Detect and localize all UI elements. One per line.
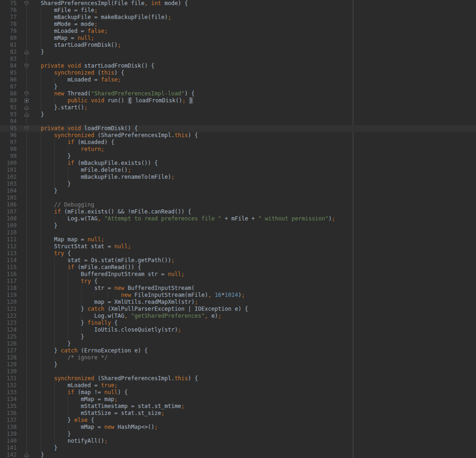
line-number[interactable]: 102 xyxy=(0,174,17,181)
line-number[interactable]: 107 xyxy=(0,208,17,215)
code-line-row[interactable]: 75 SharedPreferencesImpl(File file, int … xyxy=(0,0,476,7)
line-number[interactable]: 108 xyxy=(0,215,17,222)
code-line-row[interactable]: 124 IoUtils.closeQuietly(str); xyxy=(0,326,476,333)
code-line[interactable]: } xyxy=(27,340,71,347)
line-number[interactable]: 75 xyxy=(0,0,17,7)
line-number[interactable]: 127 xyxy=(0,347,17,354)
code-line[interactable]: } xyxy=(27,83,57,90)
code-line-row[interactable]: 77 mBackupFile = makeBackupFile(file); xyxy=(0,14,476,21)
line-number[interactable]: 120 xyxy=(0,299,17,306)
line-number[interactable]: 101 xyxy=(0,167,17,174)
code-line[interactable]: if (mBackupFile.exists()) { xyxy=(27,160,158,167)
line-number[interactable]: 113 xyxy=(0,250,17,257)
code-line-row[interactable]: 114 stat = Os.stat(mFile.getPath()); xyxy=(0,257,476,264)
code-line-row[interactable]: 137 } else { xyxy=(0,417,476,424)
code-line[interactable]: mBackupFile = makeBackupFile(file); xyxy=(27,14,171,21)
line-number[interactable]: 118 xyxy=(0,285,17,292)
code-line-row[interactable]: 125 } xyxy=(0,333,476,340)
code-line[interactable]: BufferedInputStream str = null; xyxy=(27,271,185,278)
line-number[interactable]: 125 xyxy=(0,333,17,340)
code-line[interactable]: mMap = null; xyxy=(27,35,94,42)
code-line-row[interactable]: 104 } xyxy=(0,188,476,194)
code-line-row[interactable]: 119 new FileInputStream(mFile), 16*1024)… xyxy=(0,292,476,299)
line-number[interactable]: 123 xyxy=(0,320,17,326)
code-line-row[interactable]: 101 mFile.delete(); xyxy=(0,167,476,174)
code-line-row[interactable]: 112 StructStat stat = null; xyxy=(0,243,476,250)
code-line[interactable]: } xyxy=(27,49,44,56)
line-number[interactable]: 136 xyxy=(0,410,17,417)
code-line[interactable]: mMode = mode; xyxy=(27,21,98,28)
code-line-row[interactable]: 87 } xyxy=(0,83,476,90)
line-number[interactable]: 95 xyxy=(0,125,17,132)
line-number[interactable]: 92 xyxy=(0,104,17,111)
code-line[interactable]: new FileInputStream(mFile), 16*1024); xyxy=(27,292,245,299)
code-line[interactable]: } xyxy=(27,361,57,368)
code-line-row[interactable]: 86 mLoaded = false; xyxy=(0,76,476,83)
code-line-row[interactable]: 142 } xyxy=(0,452,476,458)
code-line[interactable]: private void startLoadFromDisk() { xyxy=(27,63,155,69)
code-line-row[interactable]: 88 new Thread("SharedPreferencesImpl-loa… xyxy=(0,90,476,97)
code-line-row[interactable]: 92 }.start(); xyxy=(0,104,476,111)
code-line-row[interactable]: 106 // Debugging xyxy=(0,201,476,208)
line-number[interactable]: 78 xyxy=(0,21,17,28)
code-line[interactable]: private void loadFromDisk() { xyxy=(27,125,138,132)
code-line[interactable]: synchronized (this) { xyxy=(27,69,125,76)
folded-brace[interactable]: { xyxy=(128,97,132,104)
code-line-row[interactable]: 103 } xyxy=(0,181,476,188)
code-line[interactable]: } xyxy=(27,222,57,229)
code-line-row[interactable]: 134 mMap = map; xyxy=(0,396,476,403)
code-line-row[interactable]: 113 try { xyxy=(0,250,476,257)
code-line-row[interactable]: 100 if (mBackupFile.exists()) { xyxy=(0,160,476,167)
line-number[interactable]: 141 xyxy=(0,445,17,452)
line-number[interactable]: 111 xyxy=(0,236,17,243)
line-number[interactable]: 109 xyxy=(0,222,17,229)
code-line[interactable]: try { xyxy=(27,250,71,257)
code-line[interactable]: }.start(); xyxy=(27,104,88,111)
code-line-row[interactable]: 93 } xyxy=(0,111,476,118)
code-line[interactable]: synchronized (SharedPreferencesImpl.this… xyxy=(27,132,198,139)
line-number[interactable]: 135 xyxy=(0,403,17,410)
line-number[interactable]: 126 xyxy=(0,340,17,347)
line-number[interactable]: 99 xyxy=(0,153,17,160)
code-line[interactable]: if (map != null) { xyxy=(27,389,128,396)
line-number[interactable]: 87 xyxy=(0,83,17,90)
code-line-row[interactable]: 94 xyxy=(0,118,476,125)
line-number[interactable]: 122 xyxy=(0,313,17,320)
line-number[interactable]: 88 xyxy=(0,90,17,97)
code-line-row[interactable]: 126 } xyxy=(0,340,476,347)
code-line-row[interactable]: 85 synchronized (this) { xyxy=(0,69,476,76)
line-number[interactable]: 106 xyxy=(0,201,17,208)
code-editor[interactable]: 75 SharedPreferencesImpl(File file, int … xyxy=(0,0,476,458)
code-line[interactable]: if (mFile.canRead()) { xyxy=(27,264,141,271)
line-number[interactable]: 97 xyxy=(0,139,17,146)
code-line[interactable]: if (mFile.exists() && !mFile.canRead()) … xyxy=(27,208,191,215)
line-number[interactable]: 140 xyxy=(0,438,17,445)
line-number[interactable]: 80 xyxy=(0,35,17,42)
code-line[interactable]: mFile = file; xyxy=(27,7,98,14)
code-line-row[interactable]: 105 xyxy=(0,194,476,201)
code-line[interactable]: mMap = map; xyxy=(27,396,118,403)
code-line[interactable]: mLoaded = false; xyxy=(27,76,121,83)
line-number[interactable]: 103 xyxy=(0,181,17,188)
code-line-row[interactable]: 138 mMap = new HashMap<>(); xyxy=(0,424,476,431)
code-line[interactable]: try { xyxy=(27,278,98,285)
line-number[interactable]: 84 xyxy=(0,63,17,69)
code-line-row[interactable]: 132 mLoaded = true; xyxy=(0,382,476,389)
line-number[interactable]: 98 xyxy=(0,146,17,153)
code-line-row[interactable]: 133 if (map != null) { xyxy=(0,389,476,396)
code-line-row[interactable]: 89 public void run() { loadFromDisk(); } xyxy=(0,97,476,104)
code-line[interactable]: } xyxy=(27,431,71,438)
line-number[interactable]: 86 xyxy=(0,76,17,83)
folded-brace[interactable]: } xyxy=(189,97,193,104)
line-number[interactable]: 119 xyxy=(0,292,17,299)
line-number[interactable]: 137 xyxy=(0,417,17,424)
code-line[interactable]: stat = Os.stat(mFile.getPath()); xyxy=(27,257,175,264)
line-number[interactable]: 114 xyxy=(0,257,17,264)
code-line[interactable]: SharedPreferencesImpl(File file, int mod… xyxy=(27,0,188,7)
code-line-row[interactable]: 102 mBackupFile.renameTo(mFile); xyxy=(0,174,476,181)
line-number[interactable]: 83 xyxy=(0,56,17,63)
line-number[interactable]: 81 xyxy=(0,42,17,49)
code-line-row[interactable]: 96 synchronized (SharedPreferencesImpl.t… xyxy=(0,132,476,139)
line-number[interactable]: 129 xyxy=(0,361,17,368)
line-number[interactable]: 133 xyxy=(0,389,17,396)
